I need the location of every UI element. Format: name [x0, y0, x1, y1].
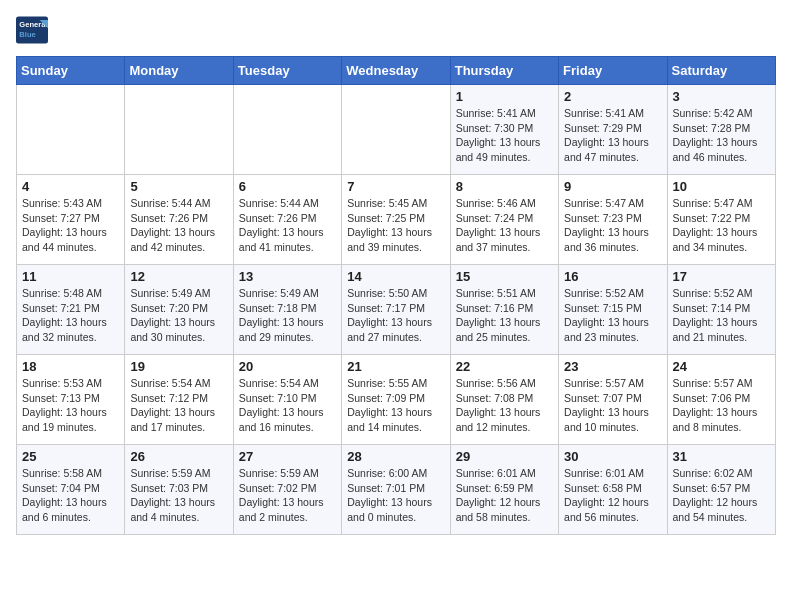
calendar-cell: 30Sunrise: 6:01 AMSunset: 6:58 PMDayligh…	[559, 445, 667, 535]
day-info: Sunrise: 5:58 AMSunset: 7:04 PMDaylight:…	[22, 466, 119, 525]
calendar-header: SundayMondayTuesdayWednesdayThursdayFrid…	[17, 57, 776, 85]
day-info: Sunrise: 5:43 AMSunset: 7:27 PMDaylight:…	[22, 196, 119, 255]
day-number: 18	[22, 359, 119, 374]
day-info: Sunrise: 5:48 AMSunset: 7:21 PMDaylight:…	[22, 286, 119, 345]
day-info: Sunrise: 5:57 AMSunset: 7:07 PMDaylight:…	[564, 376, 661, 435]
calendar-cell: 5Sunrise: 5:44 AMSunset: 7:26 PMDaylight…	[125, 175, 233, 265]
day-info: Sunrise: 5:46 AMSunset: 7:24 PMDaylight:…	[456, 196, 553, 255]
day-info: Sunrise: 5:52 AMSunset: 7:14 PMDaylight:…	[673, 286, 770, 345]
day-info: Sunrise: 5:44 AMSunset: 7:26 PMDaylight:…	[239, 196, 336, 255]
day-info: Sunrise: 5:52 AMSunset: 7:15 PMDaylight:…	[564, 286, 661, 345]
day-number: 19	[130, 359, 227, 374]
day-number: 12	[130, 269, 227, 284]
day-info: Sunrise: 6:02 AMSunset: 6:57 PMDaylight:…	[673, 466, 770, 525]
weekday-header: Saturday	[667, 57, 775, 85]
calendar-cell: 8Sunrise: 5:46 AMSunset: 7:24 PMDaylight…	[450, 175, 558, 265]
day-info: Sunrise: 5:41 AMSunset: 7:29 PMDaylight:…	[564, 106, 661, 165]
day-info: Sunrise: 5:54 AMSunset: 7:12 PMDaylight:…	[130, 376, 227, 435]
day-number: 25	[22, 449, 119, 464]
calendar-cell: 31Sunrise: 6:02 AMSunset: 6:57 PMDayligh…	[667, 445, 775, 535]
day-info: Sunrise: 5:59 AMSunset: 7:03 PMDaylight:…	[130, 466, 227, 525]
calendar-cell	[233, 85, 341, 175]
weekday-header: Wednesday	[342, 57, 450, 85]
page-header: General Blue	[16, 16, 776, 44]
day-info: Sunrise: 5:57 AMSunset: 7:06 PMDaylight:…	[673, 376, 770, 435]
calendar-cell: 10Sunrise: 5:47 AMSunset: 7:22 PMDayligh…	[667, 175, 775, 265]
calendar-cell: 24Sunrise: 5:57 AMSunset: 7:06 PMDayligh…	[667, 355, 775, 445]
calendar-cell: 11Sunrise: 5:48 AMSunset: 7:21 PMDayligh…	[17, 265, 125, 355]
day-number: 20	[239, 359, 336, 374]
calendar-cell: 28Sunrise: 6:00 AMSunset: 7:01 PMDayligh…	[342, 445, 450, 535]
day-number: 9	[564, 179, 661, 194]
weekday-header: Friday	[559, 57, 667, 85]
day-info: Sunrise: 5:50 AMSunset: 7:17 PMDaylight:…	[347, 286, 444, 345]
day-number: 1	[456, 89, 553, 104]
day-info: Sunrise: 5:47 AMSunset: 7:23 PMDaylight:…	[564, 196, 661, 255]
calendar-cell: 19Sunrise: 5:54 AMSunset: 7:12 PMDayligh…	[125, 355, 233, 445]
day-number: 3	[673, 89, 770, 104]
day-info: Sunrise: 5:56 AMSunset: 7:08 PMDaylight:…	[456, 376, 553, 435]
day-number: 23	[564, 359, 661, 374]
calendar-week-row: 1Sunrise: 5:41 AMSunset: 7:30 PMDaylight…	[17, 85, 776, 175]
day-number: 17	[673, 269, 770, 284]
weekday-header: Thursday	[450, 57, 558, 85]
day-info: Sunrise: 5:49 AMSunset: 7:18 PMDaylight:…	[239, 286, 336, 345]
day-number: 5	[130, 179, 227, 194]
calendar-cell: 12Sunrise: 5:49 AMSunset: 7:20 PMDayligh…	[125, 265, 233, 355]
day-number: 6	[239, 179, 336, 194]
calendar-cell: 16Sunrise: 5:52 AMSunset: 7:15 PMDayligh…	[559, 265, 667, 355]
day-number: 28	[347, 449, 444, 464]
day-number: 10	[673, 179, 770, 194]
calendar-cell: 29Sunrise: 6:01 AMSunset: 6:59 PMDayligh…	[450, 445, 558, 535]
day-info: Sunrise: 5:51 AMSunset: 7:16 PMDaylight:…	[456, 286, 553, 345]
day-info: Sunrise: 5:45 AMSunset: 7:25 PMDaylight:…	[347, 196, 444, 255]
calendar-week-row: 4Sunrise: 5:43 AMSunset: 7:27 PMDaylight…	[17, 175, 776, 265]
day-info: Sunrise: 5:44 AMSunset: 7:26 PMDaylight:…	[130, 196, 227, 255]
day-number: 7	[347, 179, 444, 194]
day-number: 29	[456, 449, 553, 464]
day-number: 8	[456, 179, 553, 194]
calendar-cell: 22Sunrise: 5:56 AMSunset: 7:08 PMDayligh…	[450, 355, 558, 445]
calendar-cell: 14Sunrise: 5:50 AMSunset: 7:17 PMDayligh…	[342, 265, 450, 355]
day-number: 13	[239, 269, 336, 284]
weekday-header: Sunday	[17, 57, 125, 85]
day-number: 4	[22, 179, 119, 194]
calendar-cell: 23Sunrise: 5:57 AMSunset: 7:07 PMDayligh…	[559, 355, 667, 445]
calendar-cell	[125, 85, 233, 175]
day-number: 11	[22, 269, 119, 284]
calendar-cell	[342, 85, 450, 175]
calendar-week-row: 18Sunrise: 5:53 AMSunset: 7:13 PMDayligh…	[17, 355, 776, 445]
day-number: 30	[564, 449, 661, 464]
calendar-cell: 25Sunrise: 5:58 AMSunset: 7:04 PMDayligh…	[17, 445, 125, 535]
day-info: Sunrise: 6:00 AMSunset: 7:01 PMDaylight:…	[347, 466, 444, 525]
day-number: 21	[347, 359, 444, 374]
day-number: 14	[347, 269, 444, 284]
calendar-cell: 7Sunrise: 5:45 AMSunset: 7:25 PMDaylight…	[342, 175, 450, 265]
calendar-table: SundayMondayTuesdayWednesdayThursdayFrid…	[16, 56, 776, 535]
day-number: 24	[673, 359, 770, 374]
day-info: Sunrise: 6:01 AMSunset: 6:58 PMDaylight:…	[564, 466, 661, 525]
day-number: 31	[673, 449, 770, 464]
weekday-header: Monday	[125, 57, 233, 85]
day-info: Sunrise: 5:53 AMSunset: 7:13 PMDaylight:…	[22, 376, 119, 435]
day-info: Sunrise: 5:41 AMSunset: 7:30 PMDaylight:…	[456, 106, 553, 165]
calendar-cell: 13Sunrise: 5:49 AMSunset: 7:18 PMDayligh…	[233, 265, 341, 355]
calendar-cell	[17, 85, 125, 175]
day-number: 2	[564, 89, 661, 104]
calendar-body: 1Sunrise: 5:41 AMSunset: 7:30 PMDaylight…	[17, 85, 776, 535]
day-info: Sunrise: 5:55 AMSunset: 7:09 PMDaylight:…	[347, 376, 444, 435]
day-info: Sunrise: 6:01 AMSunset: 6:59 PMDaylight:…	[456, 466, 553, 525]
day-info: Sunrise: 5:47 AMSunset: 7:22 PMDaylight:…	[673, 196, 770, 255]
svg-text:Blue: Blue	[19, 30, 35, 39]
calendar-week-row: 11Sunrise: 5:48 AMSunset: 7:21 PMDayligh…	[17, 265, 776, 355]
day-info: Sunrise: 5:59 AMSunset: 7:02 PMDaylight:…	[239, 466, 336, 525]
calendar-cell: 1Sunrise: 5:41 AMSunset: 7:30 PMDaylight…	[450, 85, 558, 175]
day-info: Sunrise: 5:54 AMSunset: 7:10 PMDaylight:…	[239, 376, 336, 435]
logo: General Blue	[16, 16, 48, 44]
weekday-header: Tuesday	[233, 57, 341, 85]
calendar-week-row: 25Sunrise: 5:58 AMSunset: 7:04 PMDayligh…	[17, 445, 776, 535]
day-number: 16	[564, 269, 661, 284]
calendar-cell: 9Sunrise: 5:47 AMSunset: 7:23 PMDaylight…	[559, 175, 667, 265]
day-number: 15	[456, 269, 553, 284]
calendar-cell: 26Sunrise: 5:59 AMSunset: 7:03 PMDayligh…	[125, 445, 233, 535]
